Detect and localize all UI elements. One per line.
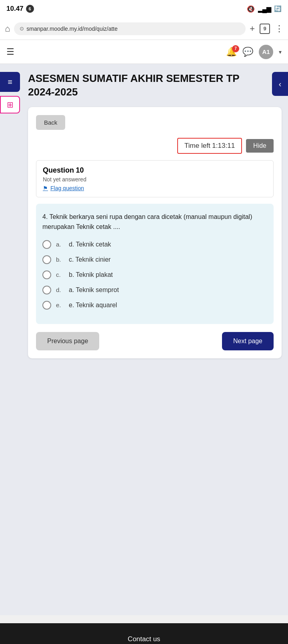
- url-text: smanpar.moodle.my.id/mod/quiz/atte: [26, 26, 118, 32]
- option-label-c: b. Teknik plakat: [69, 271, 113, 278]
- browser-bar: ⌂ ⊙ smanpar.moodle.my.id/mod/quiz/atte +…: [0, 18, 288, 40]
- nav-buttons: Previous page Next page: [36, 332, 274, 350]
- quiz-grid-icon: ⊞: [7, 100, 14, 109]
- radio-e[interactable]: [42, 301, 51, 310]
- timer-row: Time left 1:13:11 Hide: [36, 138, 274, 154]
- option-label-e: e. Teknik aquarel: [69, 302, 117, 309]
- footer: Contact us 🌐: [0, 623, 288, 644]
- status-icons: 🔇 ▂▄▆ 🔄: [247, 5, 282, 13]
- question-text: 4. Teknik berkarya seni rupa dengan cara…: [42, 212, 267, 232]
- footer-contact-label: Contact us: [6, 635, 282, 643]
- header-right: 🔔 7 💬 A1 ▾: [226, 45, 282, 59]
- status-bar: 10.47 6 🔇 ▂▄▆ 🔄: [0, 0, 288, 18]
- browser-actions: + 9 ⋮: [250, 24, 283, 34]
- answer-option-e[interactable]: e. e. Teknik aquarel: [42, 301, 267, 310]
- timer-display: Time left 1:13:11: [177, 138, 242, 154]
- notification-badge: 7: [232, 45, 239, 52]
- home-icon[interactable]: ⌂: [5, 24, 10, 34]
- quiz-card: Back Time left 1:13:11 Hide Question 10 …: [28, 107, 282, 358]
- question-status: Not yet answered: [43, 176, 267, 183]
- question-body: 4. Teknik berkarya seni rupa dengan cara…: [36, 204, 274, 324]
- secure-icon: ⊙: [20, 26, 24, 32]
- option-letter-e: e.: [56, 302, 64, 308]
- next-page-button[interactable]: Next page: [222, 332, 274, 350]
- notification-icon[interactable]: 🔔 7: [226, 47, 237, 57]
- signal-icon: ▂▄▆: [258, 5, 271, 13]
- radio-a[interactable]: [42, 240, 51, 249]
- list-icon: ≡: [8, 78, 12, 87]
- collapse-right-button[interactable]: ‹: [272, 72, 288, 96]
- chevron-left-icon: ‹: [279, 80, 282, 89]
- avatar[interactable]: A1: [259, 45, 273, 59]
- radio-b[interactable]: [42, 255, 51, 264]
- battery-icon: 🔄: [274, 5, 282, 12]
- hide-timer-button[interactable]: Hide: [246, 139, 274, 153]
- content-wrapper: ASESMEN SUMATIF AKHIR SEMESTER TP 2024-2…: [0, 64, 288, 366]
- option-label-a: d. Teknik cetak: [69, 241, 111, 248]
- hamburger-menu-icon[interactable]: ☰: [6, 47, 14, 57]
- address-bar[interactable]: ⊙ smanpar.moodle.my.id/mod/quiz/atte: [14, 22, 246, 35]
- more-options-icon[interactable]: ⋮: [275, 24, 283, 34]
- option-label-b: c. Teknik cinier: [69, 256, 111, 263]
- question-info: Question 10 Not yet answered ⚑ Flag ques…: [36, 160, 274, 197]
- answer-option-c[interactable]: c. b. Teknik plakat: [42, 270, 267, 279]
- flag-icon: ⚑: [43, 185, 48, 191]
- previous-page-button[interactable]: Previous page: [36, 332, 99, 350]
- answer-option-d[interactable]: d. a. Teknik semprot: [42, 286, 267, 294]
- option-letter-c: c.: [56, 271, 64, 278]
- back-button[interactable]: Back: [36, 115, 65, 130]
- radio-d[interactable]: [42, 286, 51, 294]
- status-time: 10.47 6: [6, 5, 34, 13]
- answer-option-a[interactable]: a. d. Teknik cetak: [42, 240, 267, 249]
- answer-option-b[interactable]: b. c. Teknik cinier: [42, 255, 267, 264]
- chat-icon[interactable]: 💬: [242, 47, 253, 57]
- time-display: 10.47: [6, 5, 24, 13]
- add-tab-icon[interactable]: +: [250, 24, 255, 34]
- sidebar-toggle-button[interactable]: ≡: [0, 72, 20, 92]
- option-label-d: a. Teknik semprot: [69, 286, 119, 294]
- status-badge: 6: [26, 5, 34, 13]
- main-area: ≡ ⊞ ‹ ASESMEN SUMATIF AKHIR SEMESTER TP …: [0, 64, 288, 615]
- chevron-down-icon[interactable]: ▾: [279, 49, 282, 55]
- quiz-nav-button[interactable]: ⊞: [0, 96, 20, 113]
- radio-c[interactable]: [42, 270, 51, 279]
- app-header: ☰ 🔔 7 💬 A1 ▾: [0, 40, 288, 64]
- mute-icon: 🔇: [247, 5, 255, 13]
- option-letter-b: b.: [56, 256, 64, 263]
- tab-count[interactable]: 9: [260, 24, 270, 34]
- question-number: Question 10: [43, 166, 267, 175]
- flag-question-link[interactable]: ⚑ Flag question: [43, 185, 267, 191]
- page-title: ASESMEN SUMATIF AKHIR SEMESTER TP 2024-2…: [28, 72, 282, 99]
- option-letter-a: a.: [56, 241, 64, 248]
- option-letter-d: d.: [56, 286, 64, 293]
